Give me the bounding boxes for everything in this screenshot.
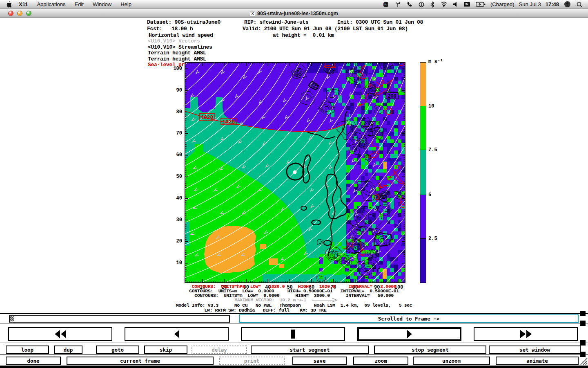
bluetooth-icon[interactable]: [429, 1, 436, 8]
current-frame-button[interactable]: current frame: [67, 357, 214, 365]
window-title: 90S-utsira-june08-les-1350m.cgm: [257, 11, 338, 16]
frame-scrollbar-thumb[interactable]: [10, 316, 14, 321]
goto-button[interactable]: goto: [96, 346, 139, 354]
menu-date[interactable]: Sun Jul 3: [518, 1, 542, 7]
stop-segment-button[interactable]: stop segment: [374, 346, 486, 354]
delay-button: delay: [192, 346, 247, 354]
colorbar-segment-2: [420, 150, 426, 195]
y-tick-80: 80: [168, 109, 182, 115]
frame-status-box: Scrolled to Frame ->: [239, 314, 579, 323]
y-tick-30: 30: [168, 217, 182, 223]
battery-status: (Charged): [490, 1, 515, 7]
play-button[interactable]: [357, 327, 461, 341]
frame-status-label: Scrolled to Frame ->: [378, 316, 440, 322]
step-back-button[interactable]: [125, 327, 229, 341]
app-icon[interactable]: [381, 1, 390, 8]
rewind-button[interactable]: [8, 327, 112, 341]
menu-time[interactable]: 17:48: [545, 1, 560, 7]
control-panel: Scrolled to Frame -> loopdupgotoskipdela…: [0, 313, 588, 368]
bottom-edge: [0, 366, 588, 368]
wind-speed-map: 1020 1020 200: [185, 62, 405, 283]
wifi-icon[interactable]: [439, 1, 449, 7]
y-tick-100: 100: [168, 66, 182, 72]
fast-forward-button[interactable]: [474, 327, 578, 341]
zoom-button[interactable]: zoom: [353, 357, 408, 365]
menu-item-edit[interactable]: Edit: [70, 1, 88, 7]
phone-icon[interactable]: [405, 1, 414, 8]
screen: X11ApplicationsEditWindowHelp: [0, 0, 588, 368]
menu-item-help[interactable]: Help: [116, 1, 136, 7]
sync-icon[interactable]: [417, 1, 426, 8]
resize-grip-icon[interactable]: [579, 357, 588, 365]
menu-item-x11[interactable]: X11: [14, 1, 32, 7]
volume-icon[interactable]: [452, 1, 459, 7]
keyboard-icon[interactable]: [462, 1, 472, 7]
menu-bar: X11ApplicationsEditWindowHelp: [0, 0, 588, 9]
header-height: at height = 0.01 km: [273, 32, 334, 38]
legend-line-1: <U10,V10> Streamlines: [148, 45, 212, 51]
colorbar-segment-1: [420, 106, 426, 150]
header-valid: Valid: 2100 UTC Sun 01 Jun 08 (2100 LST …: [243, 26, 408, 32]
colorbar-tick-10: 10: [428, 103, 434, 109]
unzoom-button[interactable]: unzoom: [413, 357, 490, 365]
window-titlebar[interactable]: X 90S-utsira-june08-les-1350m.cgm: [0, 9, 588, 18]
vertical-bar-icon: [286, 329, 301, 339]
model-info-line2: LW: RRTM SW: Dudhia DIFF: full KM: 3D TK…: [143, 307, 388, 313]
terrain-label-200: 200: [386, 93, 398, 99]
colorbar-tick-2.5: 2.5: [428, 236, 437, 242]
menu-item-applications[interactable]: Applications: [32, 1, 70, 7]
pressure-label-1020-b: 1020: [221, 118, 236, 125]
pressure-label-1020-a: 1020: [199, 114, 215, 121]
save-button[interactable]: save: [292, 357, 347, 365]
colorbar-tick-5: 5: [428, 192, 431, 198]
legend-line-0: <U10,V10> Vectors: [148, 38, 212, 45]
spotlight-icon[interactable]: [575, 1, 584, 8]
colorbar-segment-0: [420, 62, 426, 106]
legend-line-2: Terrain height AMSL: [148, 50, 212, 56]
done-button[interactable]: done: [6, 357, 61, 365]
apple-icon: [6, 1, 12, 8]
dup-button[interactable]: dup: [54, 346, 82, 354]
start-segment-button[interactable]: start segment: [251, 346, 369, 354]
sash-grip-3[interactable]: [580, 340, 586, 346]
sash-grip-2[interactable]: [580, 321, 586, 326]
window-title-area: X 90S-utsira-june08-les-1350m.cgm: [0, 9, 588, 18]
double-left-triangle-icon: [53, 329, 68, 339]
set-window-button[interactable]: set window: [489, 346, 581, 354]
left-triangle-icon: [169, 329, 184, 339]
svg-text:1020: 1020: [222, 119, 235, 125]
antenna-icon[interactable]: [393, 1, 402, 8]
colorbar-segment-3: [420, 195, 426, 239]
user-icon[interactable]: [563, 1, 572, 8]
sash-grip-1[interactable]: [580, 311, 586, 316]
wind-speed-colorbar: [420, 62, 426, 283]
y-tick-10: 10: [168, 260, 182, 266]
frame-scrollbar[interactable]: [9, 315, 230, 323]
menu-status: (Charged) Sun Jul 3 17:48: [381, 1, 584, 8]
y-tick-50: 50: [168, 174, 182, 180]
svg-text:200: 200: [388, 94, 396, 99]
skip-button[interactable]: skip: [144, 346, 187, 354]
menu-item-window[interactable]: Window: [88, 1, 116, 7]
sash-grip-4[interactable]: [580, 352, 586, 357]
colorbar-tick-7.5: 7.5: [428, 147, 437, 153]
header-dataset: Dataset: 90S-utsiraJune0: [147, 19, 220, 25]
apple-menu[interactable]: [4, 1, 14, 8]
y-tick-40: 40: [168, 195, 182, 201]
header-fcst: Fcst: 18.00 h: [147, 26, 193, 32]
svg-text:1020: 1020: [200, 114, 213, 121]
plot-canvas: Dataset: 90S-utsiraJune0 RIP: sfcwind-Ju…: [0, 18, 588, 313]
y-tick-90: 90: [168, 88, 182, 93]
right-triangle-icon: [402, 329, 417, 339]
legend-line-3: Terrain height AMSL: [148, 56, 212, 63]
header-field: Horizontal wind speed: [149, 32, 213, 38]
header-rip: RIP: sfcwind-June-uts: [244, 19, 309, 25]
menu-left: X11ApplicationsEditWindowHelp: [4, 1, 136, 8]
print-button: print: [219, 357, 285, 365]
animate-button[interactable]: animate: [496, 357, 579, 365]
y-tick-60: 60: [168, 152, 182, 158]
stop-button[interactable]: [241, 327, 345, 341]
max-vector-arrow-icon: [312, 298, 337, 303]
loop-button[interactable]: loop: [6, 346, 49, 354]
battery-icon[interactable]: [474, 2, 487, 7]
